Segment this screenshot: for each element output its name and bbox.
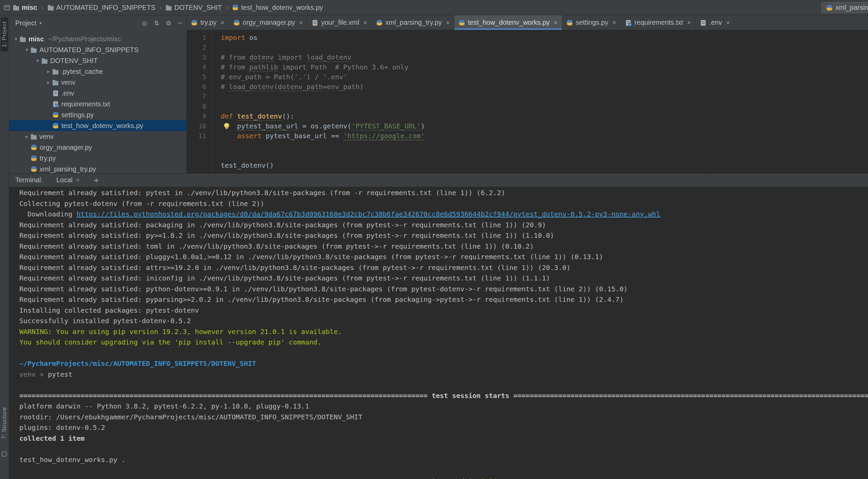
close-tab-icon[interactable]: × bbox=[446, 19, 450, 26]
editor-tab[interactable]: settings.py× bbox=[562, 15, 621, 30]
tree-item[interactable]: ▾AUTOMATED_INFO_SNIPPETS bbox=[9, 44, 186, 55]
tab-label: xml_parsing_try.py bbox=[386, 19, 442, 26]
breadcrumb-item[interactable]: misc bbox=[13, 4, 37, 12]
python-file-icon bbox=[567, 20, 573, 26]
new-terminal-session-button[interactable]: + bbox=[94, 176, 99, 185]
editor-tab[interactable]: .env× bbox=[696, 15, 735, 30]
tree-item-label: venv bbox=[39, 133, 54, 141]
terminal-text: rootdir: /Users/ebukhgammer/PycharmProje… bbox=[19, 413, 362, 421]
folder-icon bbox=[48, 6, 54, 11]
terminal-line: ========================================… bbox=[19, 391, 868, 401]
chevron-right-icon: › bbox=[41, 3, 44, 12]
tree-item[interactable]: ▸venv bbox=[9, 131, 186, 142]
tree-item[interactable]: test_how_dotenv_works.py bbox=[9, 120, 186, 131]
terminal-text: WARNING: You are using pip version 19.2.… bbox=[19, 328, 342, 336]
terminal-text: Requirement already satisfied: py>=1.8.2… bbox=[19, 231, 554, 240]
tree-item-label: DOTENV_SHIT bbox=[50, 57, 98, 65]
tree-item[interactable]: ▸venv bbox=[9, 77, 186, 88]
code-line: pytest_base_url = os.getenv('PYTEST_BASE… bbox=[221, 121, 868, 131]
editor-tab[interactable]: your_file.xml× bbox=[308, 15, 372, 30]
tree-item[interactable]: orgy_manager.py bbox=[9, 142, 186, 153]
chevron-down-icon[interactable]: ▾ bbox=[39, 20, 42, 26]
terminal-text: . bbox=[121, 456, 125, 464]
terminal-text: Requirement already satisfied: attrs>=19… bbox=[19, 264, 571, 272]
close-tab-icon[interactable]: × bbox=[363, 19, 367, 26]
chevron-collapsed-icon[interactable]: ▸ bbox=[44, 68, 53, 75]
intention-bulb-icon[interactable] bbox=[224, 123, 229, 128]
tree-item-label: venv bbox=[61, 79, 75, 86]
tree-item[interactable]: settings.py bbox=[9, 109, 186, 120]
folder-icon bbox=[31, 135, 37, 140]
code-editor: 1234567891011 import os# from dotenv imp… bbox=[187, 30, 868, 173]
code-token: ) bbox=[421, 122, 425, 130]
line-number: 4 bbox=[187, 62, 206, 72]
terminal-tab-label: Local bbox=[56, 176, 73, 184]
tree-item[interactable]: ▾misc~/PycharmProjects/misc bbox=[9, 34, 186, 44]
collapse-all-icon[interactable]: ⇅ bbox=[154, 19, 159, 27]
terminal-line: rootdir: /Users/ebukhgammer/PycharmProje… bbox=[19, 412, 868, 423]
editor-tab[interactable]: xml_parsing_try.py× bbox=[372, 15, 454, 30]
python-file-icon bbox=[31, 166, 37, 172]
code-line bbox=[221, 43, 868, 53]
tree-item[interactable]: .env bbox=[9, 88, 186, 99]
tree-item[interactable]: try.py bbox=[9, 153, 186, 164]
breadcrumb-item[interactable]: DOTENV_SHIT bbox=[166, 4, 222, 12]
line-number: 9 bbox=[187, 111, 206, 121]
code-token: # from bbox=[221, 53, 249, 61]
close-tab-icon[interactable]: × bbox=[687, 19, 691, 26]
hide-panel-icon[interactable]: ─ bbox=[178, 19, 182, 27]
project-panel-title[interactable]: Project bbox=[15, 19, 36, 27]
code-line: # from pathlib import Path # Python 3.6+… bbox=[221, 62, 868, 72]
tree-item[interactable]: requirements.txt bbox=[9, 99, 186, 109]
terminal-tab-local[interactable]: Local × bbox=[56, 176, 79, 184]
terminal-line: collected 1 item bbox=[19, 433, 868, 444]
terminal-text: ========================================… bbox=[19, 477, 868, 479]
close-tab-icon[interactable]: × bbox=[554, 19, 557, 26]
chevron-collapsed-icon[interactable]: ▸ bbox=[44, 79, 53, 85]
locate-icon[interactable]: ◎ bbox=[142, 19, 147, 27]
terminal-line: You should consider upgrading via the 'p… bbox=[19, 337, 868, 348]
chevron-expanded-icon[interactable]: ▾ bbox=[12, 36, 20, 42]
editor-tab-bar: try.py×orgy_manager.py×your_file.xml×xml… bbox=[187, 15, 868, 30]
code-token: ( bbox=[274, 83, 278, 91]
breadcrumb-item[interactable]: test_how_dotenv_works.py bbox=[232, 4, 323, 12]
chevron-collapsed-icon[interactable]: ▸ bbox=[23, 133, 31, 140]
chevron-expanded-icon[interactable]: ▾ bbox=[23, 47, 31, 53]
editor-tab[interactable]: orgy_manager.py× bbox=[229, 15, 308, 30]
tool-window-icon[interactable] bbox=[2, 452, 7, 457]
close-tab-icon[interactable]: × bbox=[612, 19, 616, 26]
terminal-text: Successfully installed pytest-dotenv-0.5… bbox=[19, 317, 191, 325]
tree-item[interactable]: xml_parsing_try.py bbox=[9, 164, 186, 173]
editor-tab[interactable]: try.py× bbox=[187, 15, 229, 30]
terminal-output[interactable]: Requirement already satisfied: pytest in… bbox=[9, 187, 868, 479]
editor-tab[interactable]: requirements.txt× bbox=[621, 15, 696, 30]
requirements-file-icon bbox=[626, 20, 631, 26]
close-tab-icon[interactable]: × bbox=[220, 19, 224, 26]
code-token: 'https://google.com' bbox=[343, 132, 425, 140]
run-configuration-widget[interactable]: xml_parsin bbox=[821, 2, 868, 13]
tree-item[interactable]: ▸.pytest_cache bbox=[9, 66, 186, 77]
terminal-link[interactable]: https://files.pythonhosted.org/packages/… bbox=[77, 210, 660, 218]
terminal-text: You should consider upgrading via the 'p… bbox=[19, 338, 321, 346]
editor-code-pane[interactable]: import os# from dotenv import load_doten… bbox=[221, 30, 868, 173]
close-tab-icon[interactable]: × bbox=[299, 19, 303, 26]
tree-item-label: .pytest_cache bbox=[61, 68, 103, 76]
tool-window-button-project[interactable]: 1: Project bbox=[1, 17, 8, 51]
python-file-icon bbox=[826, 5, 832, 11]
close-tab-icon[interactable]: × bbox=[726, 19, 730, 26]
tree-item[interactable]: ▾DOTENV_SHIT bbox=[9, 55, 186, 66]
code-token: import Path # Python 3.6+ only bbox=[278, 63, 409, 71]
python-file-icon bbox=[191, 20, 197, 26]
window-menu-icon[interactable] bbox=[4, 5, 10, 10]
line-number bbox=[187, 151, 206, 161]
file-icon bbox=[701, 20, 706, 26]
editor-tab[interactable]: test_how_dotenv_works.py× bbox=[454, 15, 562, 30]
breadcrumb-item[interactable]: AUTOMATED_INFO_SNIPPETS bbox=[48, 4, 156, 12]
tool-window-button-structure[interactable]: 7: Structure bbox=[1, 407, 8, 439]
terminal-text: pytest bbox=[48, 370, 72, 378]
code-token: os bbox=[245, 34, 257, 42]
close-terminal-tab-icon[interactable]: × bbox=[76, 176, 80, 184]
chevron-expanded-icon[interactable]: ▾ bbox=[34, 58, 42, 64]
settings-gear-icon[interactable]: ⚙ bbox=[166, 19, 172, 27]
terminal-text: test_how_dotenv_works.py bbox=[19, 456, 121, 464]
